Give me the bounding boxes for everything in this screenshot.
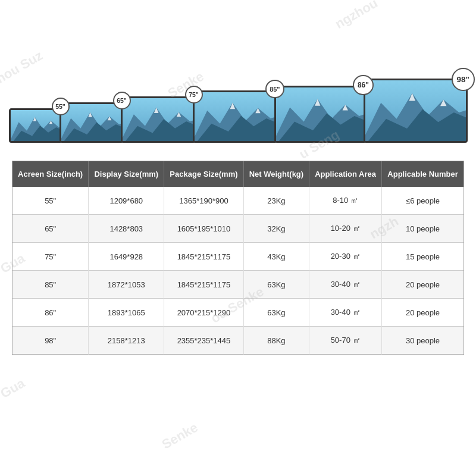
table-header: Acreen Size(inch)Display Size(mm)Package… <box>12 161 464 187</box>
table-cell-4-3: 63Kg <box>243 299 309 327</box>
screen-display <box>9 108 62 143</box>
table-cell-5-2: 2355*235*1445 <box>164 327 244 355</box>
table-cell-1-5: 10 people <box>382 215 464 243</box>
screen-size-label: 75" <box>185 86 203 104</box>
table-cell-1-2: 1605*195*1010 <box>164 215 244 243</box>
table-cell-5-3: 88Kg <box>243 327 309 355</box>
table-cell-0-0: 55" <box>12 187 89 215</box>
screen-display <box>364 79 468 143</box>
table-row: 65"1428*8031605*195*101032Kg10-20 ㎡10 pe… <box>12 215 464 243</box>
table-header-1: Display Size(mm) <box>89 161 164 187</box>
table-row: 85"1872*10531845*215*117563Kg30-40 ㎡20 p… <box>12 271 464 299</box>
screen-item-3: 75" <box>121 96 196 143</box>
table-cell-0-3: 23Kg <box>243 187 309 215</box>
table-row: 86"1893*10652070*215*129063Kg30-40 ㎡20 p… <box>12 299 464 327</box>
table-cell-2-5: 15 people <box>382 243 464 271</box>
screens-illustration: 55"65"75"85"86"98" <box>0 30 476 155</box>
table-cell-3-3: 63Kg <box>243 271 309 299</box>
table-row: 98"2158*12132355*235*144588Kg50-70 ㎡30 p… <box>12 327 464 355</box>
table-cell-2-4: 20-30 ㎡ <box>309 243 382 271</box>
screen-size-label: 86" <box>353 75 373 95</box>
table-cell-4-2: 2070*215*1290 <box>164 299 244 327</box>
table-header-0: Acreen Size(inch) <box>12 161 89 187</box>
table-cell-3-4: 30-40 ㎡ <box>309 271 382 299</box>
screen-size-label: 85" <box>265 80 284 98</box>
table-cell-5-4: 50-70 ㎡ <box>309 327 382 355</box>
table-cell-2-3: 43Kg <box>243 243 309 271</box>
product-table: Acreen Size(inch)Display Size(mm)Package… <box>12 161 464 355</box>
table-cell-4-5: 20 people <box>382 299 464 327</box>
screen-size-label: 98" <box>452 68 475 91</box>
product-table-container: Acreen Size(inch)Display Size(mm)Package… <box>12 161 464 355</box>
table-header-3: Net Weight(kg) <box>243 161 309 187</box>
table-cell-0-5: ≤6 people <box>382 187 464 215</box>
table-cell-3-5: 20 people <box>382 271 464 299</box>
table-cell-2-0: 75" <box>12 243 89 271</box>
table-cell-4-0: 86" <box>12 299 89 327</box>
table-cell-5-1: 2158*1213 <box>89 327 164 355</box>
screen-item-6: 98" <box>364 79 468 143</box>
table-cell-1-0: 65" <box>12 215 89 243</box>
table-cell-1-1: 1428*803 <box>89 215 164 243</box>
table-header-4: Application Area <box>309 161 382 187</box>
table-row: 75"1649*9281845*215*117543Kg20-30 ㎡15 pe… <box>12 243 464 271</box>
table-cell-4-4: 30-40 ㎡ <box>309 299 382 327</box>
table-cell-0-1: 1209*680 <box>89 187 164 215</box>
table-cell-2-1: 1649*928 <box>89 243 164 271</box>
table-cell-3-0: 85" <box>12 271 89 299</box>
screen-item-1: 55" <box>9 108 62 143</box>
table-cell-4-1: 1893*1065 <box>89 299 164 327</box>
screen-size-label: 65" <box>113 92 131 109</box>
page-title <box>0 0 476 30</box>
table-cell-1-3: 32Kg <box>243 215 309 243</box>
table-cell-3-2: 1845*215*1175 <box>164 271 244 299</box>
screen-display <box>121 96 196 143</box>
table-cell-5-0: 98" <box>12 327 89 355</box>
table-cell-0-4: 8-10 ㎡ <box>309 187 382 215</box>
screen-display <box>193 90 277 143</box>
screen-item-5: 86" <box>274 86 367 143</box>
table-cell-0-2: 1365*190*900 <box>164 187 244 215</box>
screen-item-4: 85" <box>193 90 277 143</box>
screen-size-label: 55" <box>52 98 70 115</box>
screen-display <box>274 86 367 143</box>
table-cell-3-1: 1872*1053 <box>89 271 164 299</box>
table-header-2: Package Size(mm) <box>164 161 244 187</box>
table-row: 55"1209*6801365*190*90023Kg8-10 ㎡≤6 peop… <box>12 187 464 215</box>
table-header-5: Applicable Number <box>382 161 464 187</box>
table-cell-2-2: 1845*215*1175 <box>164 243 244 271</box>
table-cell-5-5: 30 people <box>382 327 464 355</box>
table-cell-1-4: 10-20 ㎡ <box>309 215 382 243</box>
